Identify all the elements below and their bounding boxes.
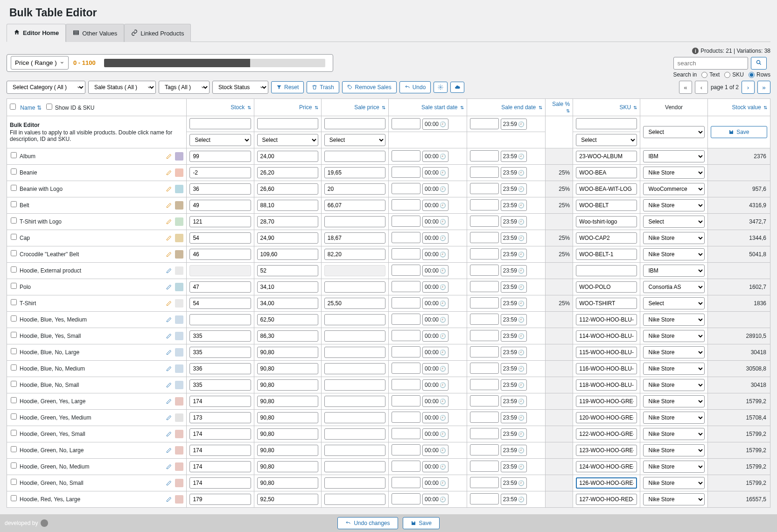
- show-id-sku-checkbox[interactable]: [46, 104, 52, 110]
- end-date-input[interactable]: [470, 346, 499, 357]
- end-time[interactable]: 23:59: [501, 216, 527, 227]
- product-name[interactable]: Cap: [20, 235, 30, 241]
- tab-other[interactable]: Other Values: [66, 24, 124, 42]
- vendor-select[interactable]: IBM: [643, 150, 704, 162]
- end-date-input[interactable]: [470, 150, 499, 161]
- tab-linked[interactable]: Linked Products: [124, 24, 191, 42]
- tab-home[interactable]: Editor Home: [7, 24, 66, 42]
- product-name[interactable]: Hoodie, Green, No, Medium: [20, 463, 89, 470]
- start-date-input[interactable]: [392, 297, 420, 308]
- product-name[interactable]: Hoodie, Blue, No, Small: [20, 382, 79, 388]
- bulk-end-date[interactable]: [470, 118, 499, 129]
- row-checkbox[interactable]: [11, 348, 17, 354]
- end-date-input[interactable]: [470, 199, 499, 210]
- product-name[interactable]: Hoodie, Blue, Yes, Medium: [20, 316, 87, 323]
- vendor-select[interactable]: Nike Store: [643, 199, 704, 211]
- vendor-select[interactable]: Nike Store: [643, 363, 704, 375]
- start-date-input[interactable]: [392, 199, 420, 210]
- sku-input[interactable]: [576, 461, 637, 472]
- vendor-select[interactable]: IBM: [643, 265, 704, 277]
- vendor-select[interactable]: Nike Store: [643, 248, 704, 260]
- end-time[interactable]: 23:59: [501, 281, 527, 293]
- vendor-select[interactable]: WooCommerce: [643, 183, 704, 195]
- stock-input[interactable]: [189, 216, 251, 227]
- end-time[interactable]: 23:59: [501, 412, 527, 423]
- sku-input[interactable]: [576, 298, 637, 309]
- radio-text[interactable]: [701, 72, 707, 78]
- stock-input[interactable]: [189, 445, 251, 456]
- start-time[interactable]: 00:00: [422, 200, 448, 211]
- row-checkbox[interactable]: [11, 234, 17, 240]
- sale-price-input[interactable]: [324, 281, 385, 293]
- row-checkbox[interactable]: [11, 185, 17, 191]
- product-name[interactable]: Crocodile "Leather" Belt: [20, 251, 79, 258]
- stock-input[interactable]: [189, 167, 251, 178]
- bulk-start-date[interactable]: [392, 118, 420, 129]
- vendor-select[interactable]: Nike Store: [643, 167, 704, 179]
- end-date-input[interactable]: [470, 167, 499, 178]
- start-date-input[interactable]: [392, 248, 420, 259]
- bulk-vendor-select[interactable]: Select: [643, 126, 704, 138]
- sku-input[interactable]: [576, 249, 637, 260]
- vendor-select[interactable]: Select: [643, 297, 704, 309]
- start-date-input[interactable]: [392, 232, 420, 243]
- sale-price-input[interactable]: [324, 412, 385, 423]
- edit-icon[interactable]: [165, 201, 173, 210]
- end-date-input[interactable]: [470, 444, 499, 455]
- edit-icon[interactable]: [165, 217, 173, 226]
- stock-input[interactable]: [189, 330, 251, 342]
- price-input[interactable]: [257, 265, 318, 276]
- end-time[interactable]: 23:59: [501, 151, 527, 162]
- end-date-input[interactable]: [470, 412, 499, 423]
- bulk-sale-select[interactable]: Select: [324, 134, 385, 146]
- stock-input[interactable]: [189, 151, 251, 162]
- end-time[interactable]: 23:59: [501, 265, 527, 276]
- sale-price-input[interactable]: [324, 183, 385, 195]
- start-time[interactable]: 00:00: [422, 412, 448, 423]
- sale-price-input[interactable]: [324, 232, 385, 244]
- bulk-sale-input[interactable]: [324, 118, 385, 129]
- cloud-button[interactable]: [450, 82, 464, 93]
- end-time[interactable]: 23:59: [501, 477, 527, 489]
- col-sale-price[interactable]: Sale price ⇅: [321, 99, 388, 116]
- product-name[interactable]: Hoodie, Green, Yes, Small: [20, 431, 85, 437]
- row-checkbox[interactable]: [11, 479, 17, 485]
- vendor-select[interactable]: Select: [643, 216, 704, 228]
- price-input[interactable]: [257, 216, 318, 227]
- vendor-select[interactable]: Consortia AS: [643, 281, 704, 293]
- row-checkbox[interactable]: [11, 332, 17, 338]
- sku-input[interactable]: [576, 265, 637, 276]
- bulk-price-input[interactable]: [257, 118, 318, 129]
- start-time[interactable]: 00:00: [422, 298, 448, 309]
- row-checkbox[interactable]: [11, 168, 17, 175]
- sale-price-input[interactable]: [324, 379, 385, 391]
- stock-input[interactable]: [189, 379, 251, 391]
- start-time[interactable]: 00:00: [422, 445, 448, 456]
- edit-icon[interactable]: [165, 413, 173, 422]
- start-date-input[interactable]: [392, 379, 420, 390]
- end-time[interactable]: 23:59: [501, 396, 527, 407]
- sku-input[interactable]: [576, 183, 637, 195]
- product-name[interactable]: Beanie with Logo: [20, 186, 63, 192]
- price-input[interactable]: [257, 330, 318, 342]
- end-date-input[interactable]: [470, 232, 499, 243]
- filter-tags[interactable]: Tags ( All ): [159, 81, 210, 94]
- start-time[interactable]: 00:00: [422, 183, 448, 195]
- end-date-input[interactable]: [470, 248, 499, 259]
- start-time[interactable]: 00:00: [422, 281, 448, 293]
- product-name[interactable]: Polo: [20, 284, 31, 290]
- bulk-sku-select[interactable]: Select: [576, 134, 637, 146]
- sale-price-input[interactable]: [324, 314, 385, 325]
- select-all-checkbox[interactable]: [10, 104, 16, 110]
- edit-icon[interactable]: [165, 283, 173, 291]
- sku-input[interactable]: [576, 151, 637, 162]
- stock-input[interactable]: [189, 200, 251, 211]
- start-date-input[interactable]: [392, 265, 420, 276]
- product-name[interactable]: Hoodie, Blue, No, Medium: [20, 365, 85, 372]
- start-date-input[interactable]: [392, 461, 420, 472]
- edit-icon[interactable]: [165, 250, 173, 259]
- end-time[interactable]: 23:59: [501, 428, 527, 440]
- start-date-input[interactable]: [392, 314, 420, 325]
- sku-input[interactable]: [576, 232, 637, 244]
- edit-icon[interactable]: [165, 332, 173, 340]
